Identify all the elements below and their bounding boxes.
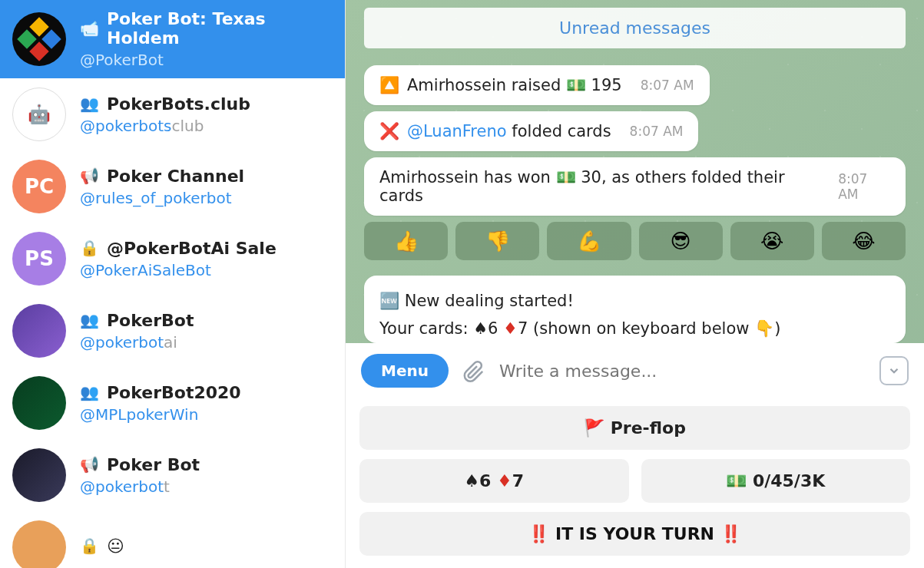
avatar: PC xyxy=(12,160,66,213)
group-icon: 👥 xyxy=(80,94,99,113)
avatar xyxy=(12,448,66,502)
fold-icon: ❌ xyxy=(379,122,399,140)
chat-title-label: @PokerBotAi Sale xyxy=(107,239,277,258)
message-time: 8:07 AM xyxy=(838,171,890,202)
chat-title-label: Poker Bot: Texas Holdem xyxy=(107,9,333,48)
emoji-icon: 😐 xyxy=(107,537,124,556)
avatar xyxy=(12,304,66,358)
reaction-thumbs-up[interactable]: 👍 xyxy=(364,222,448,260)
avatar: 🤖 xyxy=(12,88,66,141)
chat-item[interactable]: PC 📢Poker Channel @rules_of_pokerbot xyxy=(0,150,345,223)
message-list: Unread messages 🔼 Amirhossein raised 💵 1… xyxy=(346,0,924,343)
menu-button[interactable]: Menu xyxy=(361,354,449,388)
video-icon: 📹 xyxy=(80,19,99,38)
group-icon: 👥 xyxy=(80,311,99,329)
message-bubble[interactable]: ❌ @LuanFreno folded cards 8:07 AM xyxy=(364,111,698,151)
chat-item[interactable]: 🔒😐 xyxy=(0,511,345,568)
chat-title-label: PokerBots.club xyxy=(107,94,250,114)
user-mention[interactable]: @LuanFreno xyxy=(407,122,507,140)
megaphone-icon: 📢 xyxy=(80,167,99,185)
reaction-row: 👍 👎 💪 😎 😭 😂 xyxy=(364,222,906,260)
chat-handle: @PokerBot xyxy=(80,51,333,69)
lock-icon: 🔒 xyxy=(80,239,99,257)
keyboard-your-turn-button[interactable]: ‼️ IT IS YOUR TURN ‼️ xyxy=(359,512,910,556)
avatar xyxy=(12,520,66,568)
message-text: folded cards xyxy=(507,122,611,140)
lock-icon: 🔒 xyxy=(80,537,99,555)
unread-messages-bar: Unread messages xyxy=(364,8,906,48)
message-input-row: Menu xyxy=(346,343,924,398)
chat-title-label: Poker Channel xyxy=(107,167,244,186)
chat-title-label: PokerBot xyxy=(107,311,194,330)
reaction-laugh[interactable]: 😂 xyxy=(822,222,906,260)
chat-list-sidebar: 📹Poker Bot: Texas Holdem @PokerBot 🤖 👥Po… xyxy=(0,0,346,568)
spade-icon: ♠ xyxy=(473,319,488,338)
message-time: 8:07 AM xyxy=(641,78,694,93)
message-text: Amirhossein has won 💵 30, as others fold… xyxy=(379,168,820,205)
megaphone-icon: 📢 xyxy=(80,455,99,474)
chat-title-label: PokerBot2020 xyxy=(107,383,241,402)
avatar xyxy=(12,376,66,430)
group-icon: 👥 xyxy=(80,383,99,401)
chat-item[interactable]: 📢Poker Bot @pokerbott xyxy=(0,439,345,511)
message-time: 8:07 AM xyxy=(630,124,684,139)
chat-item[interactable]: 👥PokerBot2020 @MPLpokerWin xyxy=(0,367,345,439)
diamond-icon: ♦ xyxy=(503,319,518,338)
avatar xyxy=(12,12,66,66)
keyboard-stakes-button[interactable]: 💵 0/45/3K xyxy=(641,459,911,503)
raise-icon: 🔼 xyxy=(379,76,399,94)
chat-item-pokerbot[interactable]: 📹Poker Bot: Texas Holdem @PokerBot xyxy=(0,0,345,78)
reaction-cry[interactable]: 😭 xyxy=(730,222,814,260)
message-bubble[interactable]: 🔼 Amirhossein raised 💵 195 8:07 AM xyxy=(364,65,710,105)
message-text: Amirhossein raised 💵 195 xyxy=(407,76,622,94)
chat-main-area: Unread messages 🔼 Amirhossein raised 💵 1… xyxy=(346,0,924,568)
keyboard-preflop-button[interactable]: 🚩 Pre-flop xyxy=(359,406,910,450)
avatar: PS xyxy=(12,232,66,286)
reaction-cool[interactable]: 😎 xyxy=(639,222,723,260)
message-bubble[interactable]: Amirhossein has won 💵 30, as others fold… xyxy=(364,157,906,216)
keyboard-toggle-icon[interactable] xyxy=(879,356,909,385)
bot-keyboard: 🚩 Pre-flop ♠6 ♦7 💵 0/45/3K ‼️ IT IS YOUR… xyxy=(346,398,924,568)
chat-item[interactable]: 👥PokerBot @pokerbotai xyxy=(0,295,345,367)
keyboard-hand-button[interactable]: ♠6 ♦7 xyxy=(359,459,629,503)
deal-message[interactable]: 🆕 New dealing started! Your cards: ♠6 ♦7… xyxy=(364,276,906,343)
reaction-muscle[interactable]: 💪 xyxy=(547,222,631,260)
reaction-thumbs-down[interactable]: 👎 xyxy=(455,222,539,260)
chat-item[interactable]: 🤖 👥PokerBots.club @pokerbotsclub xyxy=(0,78,345,150)
new-icon: 🆕 xyxy=(379,292,399,310)
chat-item[interactable]: PS 🔒@PokerBotAi Sale @PokerAiSaleBot xyxy=(0,223,345,295)
chat-title-label: Poker Bot xyxy=(107,455,200,474)
attach-icon[interactable] xyxy=(462,359,485,382)
message-input[interactable] xyxy=(499,362,866,381)
